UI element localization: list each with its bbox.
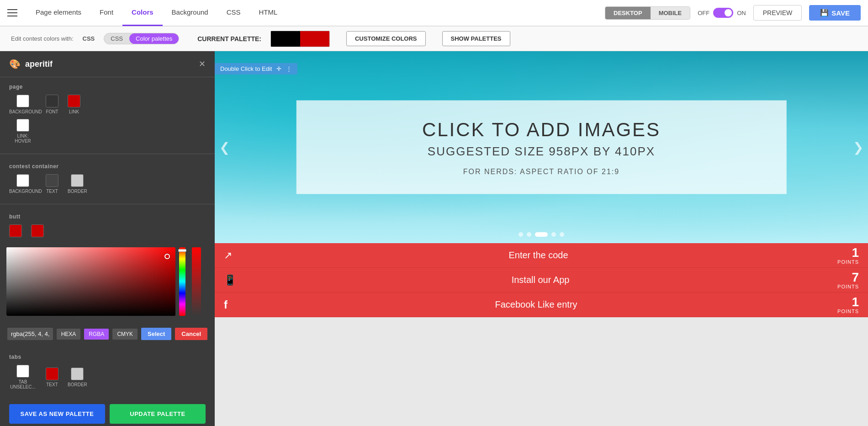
btn-1-item <box>9 224 22 237</box>
cc-border-swatch[interactable] <box>71 174 84 187</box>
font-color-item: FONT <box>46 95 58 114</box>
tab-unselect-swatch[interactable] <box>16 365 29 378</box>
entry-points-area-1: 1 POINTS <box>837 246 859 265</box>
current-palette-label: CURRENT PALETTE: <box>197 35 261 43</box>
slider-section: CLICK TO ADD IMAGES SUGGESTED SIZE 958PX… <box>215 51 868 243</box>
edit-bar-text: Double Click to Edit <box>220 65 272 72</box>
cc-text-item: TEXT <box>46 174 58 194</box>
css-tab[interactable]: CSS <box>104 33 129 44</box>
save-as-new-palette-button[interactable]: SAVE AS NEW PALETTE <box>9 404 105 424</box>
edit-bar: Double Click to Edit ✛ ⋮ <box>215 63 297 75</box>
entry-points-2: 7 <box>837 271 859 284</box>
desktop-button[interactable]: DESKTOP <box>605 7 651 19</box>
alpha-bar[interactable] <box>192 247 201 316</box>
entry-points-area-3: 1 POINTS <box>837 296 859 314</box>
device-toggle: DESKTOP MOBILE <box>605 6 690 20</box>
entry-row-3[interactable]: f Facebook Like entry 1 POINTS <box>215 293 868 317</box>
entry-icon-1: ↗ <box>224 250 232 261</box>
panel-close-button[interactable]: ✕ <box>199 59 206 69</box>
hamburger-icon[interactable] <box>7 9 17 16</box>
font-swatch[interactable] <box>46 95 58 107</box>
mobile-button[interactable]: MOBILE <box>651 7 690 19</box>
slider-dots <box>519 232 564 237</box>
nav-tabs: Page elements Font Colors Background CSS… <box>26 0 286 26</box>
slider-arrow-right[interactable]: ❯ <box>853 140 863 155</box>
slider-content-box[interactable]: CLICK TO ADD IMAGES SUGGESTED SIZE 958PX… <box>296 101 787 194</box>
nav-right: DESKTOP MOBILE OFF ON PREVIEW 💾 SAVE <box>605 5 861 21</box>
save-button[interactable]: 💾 SAVE <box>809 5 861 21</box>
entry-rows: ↗ Enter the code 1 POINTS 📱 Install our … <box>215 243 868 317</box>
dot-2[interactable] <box>527 232 531 237</box>
customize-colors-button[interactable]: CUSTOMIZE COLORS <box>346 31 426 46</box>
entry-points-label-1: POINTS <box>837 259 859 265</box>
hue-bar-knob[interactable] <box>178 249 186 252</box>
link-color-item: LINK <box>68 95 80 114</box>
cc-background-swatch[interactable] <box>16 174 29 187</box>
color-value-input[interactable] <box>7 328 53 340</box>
grad-cursor <box>164 254 170 259</box>
link-hover-label: LINK: HOVER <box>9 133 37 144</box>
save-label: SAVE <box>831 9 850 17</box>
font-label: FONT <box>46 109 58 114</box>
autosave-area: OFF ON <box>698 8 746 18</box>
move-icon[interactable]: ✛ <box>276 65 281 72</box>
tab-colors[interactable]: Colors <box>122 0 163 26</box>
contest-container-title: contest container <box>9 163 206 170</box>
entry-points-1: 1 <box>837 246 859 259</box>
dot-1[interactable] <box>519 232 523 237</box>
buttons-color-row <box>9 224 206 237</box>
color-palettes-tab[interactable]: Color palettes <box>129 33 179 44</box>
btn-1-swatch[interactable] <box>9 224 22 237</box>
update-palette-button[interactable]: UPDATE PALETTE <box>110 404 206 424</box>
tab-border-label: BORDER <box>68 382 87 387</box>
btn-2-swatch[interactable] <box>31 224 44 237</box>
autosave-toggle[interactable] <box>713 8 733 18</box>
link-hover-swatch[interactable] <box>16 119 29 132</box>
cc-text-label: TEXT <box>46 189 58 194</box>
dot-5[interactable] <box>560 232 564 237</box>
select-button[interactable]: Select <box>141 328 171 340</box>
tab-border-item: BORDER <box>68 367 87 387</box>
show-palettes-button[interactable]: SHOW PALETTES <box>442 31 510 46</box>
palette-color-1 <box>271 31 300 47</box>
tab-font[interactable]: Font <box>90 0 122 26</box>
tab-html[interactable]: HTML <box>250 0 287 26</box>
entry-row-1[interactable]: ↗ Enter the code 1 POINTS <box>215 243 868 268</box>
cc-text-swatch[interactable] <box>46 174 58 187</box>
divider-2 <box>0 204 215 204</box>
cancel-button[interactable]: Cancel <box>175 328 207 340</box>
divider-1 <box>0 154 215 154</box>
entry-text-2: Install our App <box>243 275 837 285</box>
rgba-button[interactable]: RGBA <box>84 329 109 340</box>
dot-4[interactable] <box>551 232 556 237</box>
picker-value-row: HEXA RGBA CMYK Select Cancel <box>7 328 207 340</box>
tab-unselect-item: TAB UNSELEC... <box>9 365 37 389</box>
tab-border-swatch[interactable] <box>71 367 84 380</box>
tab-text-swatch[interactable] <box>46 367 58 380</box>
css-option-label[interactable]: CSS <box>83 35 95 42</box>
link-swatch[interactable] <box>68 95 80 107</box>
dot-3[interactable] <box>535 232 548 237</box>
hexa-button[interactable]: HEXA <box>57 329 81 340</box>
link-hover-color-item: LINK: HOVER <box>9 119 37 144</box>
slider-arrow-left[interactable]: ❮ <box>219 140 230 155</box>
more-icon[interactable]: ⋮ <box>286 65 292 72</box>
background-swatch[interactable] <box>16 95 29 107</box>
hue-bar-track[interactable] <box>179 247 185 316</box>
entry-row-2[interactable]: 📱 Install our App 7 POINTS <box>215 268 868 293</box>
panel-header: 🎨 aperitif ✕ <box>0 51 215 77</box>
palette-preview[interactable] <box>270 31 330 47</box>
top-nav: Page elements Font Colors Background CSS… <box>0 0 868 27</box>
color-palette-toggle: CSS Color palettes <box>104 33 179 44</box>
cmyk-button[interactable]: CMYK <box>112 329 138 340</box>
preview-button[interactable]: PREVIEW <box>753 5 802 21</box>
buttons-title: butt <box>9 213 206 220</box>
tab-page-elements[interactable]: Page elements <box>26 0 90 26</box>
page-section: page BACKGROUND FONT LINK LINK: <box>0 77 215 151</box>
entry-points-label-3: POINTS <box>837 309 859 314</box>
gradient-canvas[interactable] <box>6 247 175 316</box>
tab-css[interactable]: CSS <box>217 0 250 26</box>
tab-background[interactable]: Background <box>163 0 217 26</box>
slider-title: CLICK TO ADD IMAGES <box>324 119 759 141</box>
cc-background-item: BACKGROUND <box>9 174 37 194</box>
